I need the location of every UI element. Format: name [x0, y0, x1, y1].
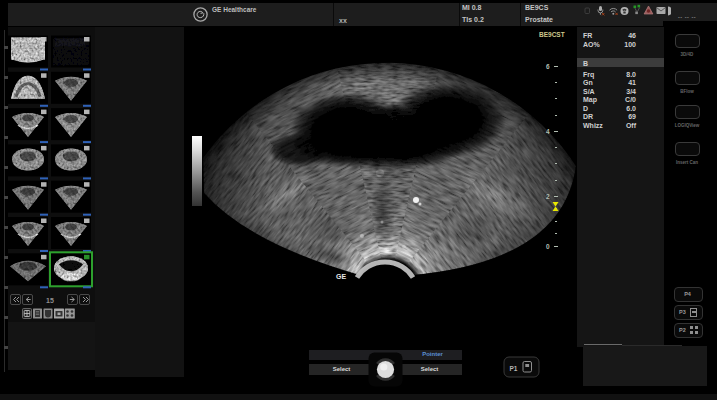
svg-text:15: 15	[46, 297, 54, 304]
svg-text:P1: P1	[510, 365, 518, 372]
svg-text:GE: GE	[336, 273, 346, 280]
svg-text:6: 6	[546, 63, 550, 70]
svg-text:0: 0	[546, 243, 550, 250]
svg-text:4: 4	[546, 128, 550, 135]
svg-text:2: 2	[546, 193, 550, 200]
